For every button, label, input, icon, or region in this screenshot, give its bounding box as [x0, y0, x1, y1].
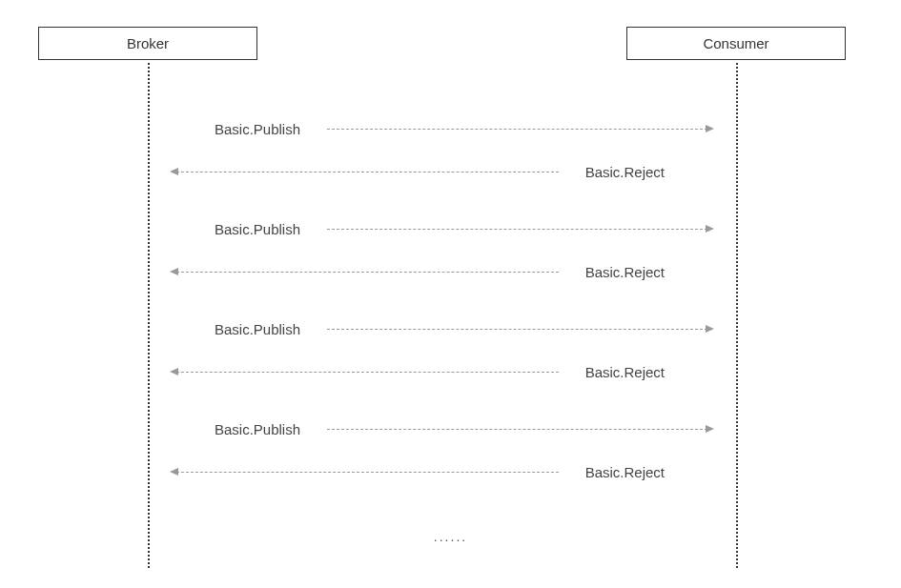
lifeline-consumer — [736, 63, 738, 568]
message-label-publish: Basic.Publish — [215, 421, 300, 437]
participant-broker-label: Broker — [127, 35, 169, 51]
arrow-right-icon — [327, 329, 712, 330]
message-row: Basic.Reject — [148, 162, 736, 181]
message-label-publish: Basic.Publish — [215, 221, 300, 237]
participant-consumer-label: Consumer — [703, 35, 768, 51]
participant-consumer: Consumer — [626, 27, 846, 60]
message-label-reject: Basic.Reject — [585, 164, 665, 180]
message-row: Basic.Reject — [148, 462, 736, 481]
message-label-reject: Basic.Reject — [585, 264, 665, 280]
arrow-right-icon — [327, 129, 712, 130]
arrow-left-icon — [172, 472, 559, 473]
participant-broker: Broker — [38, 27, 257, 60]
message-row: Basic.Reject — [148, 362, 736, 381]
message-label-reject: Basic.Reject — [585, 364, 665, 380]
message-label-publish: Basic.Publish — [215, 121, 300, 137]
arrow-left-icon — [172, 372, 559, 373]
ellipsis-text: ...... — [434, 529, 467, 544]
message-row: Basic.Publish — [148, 419, 736, 438]
arrow-right-icon — [327, 229, 712, 230]
message-label-reject: Basic.Reject — [585, 464, 665, 480]
arrow-left-icon — [172, 272, 559, 273]
message-row: Basic.Publish — [148, 119, 736, 138]
message-row: Basic.Reject — [148, 262, 736, 281]
arrow-left-icon — [172, 172, 559, 172]
lifeline-broker — [148, 63, 150, 568]
message-row: Basic.Publish — [148, 319, 736, 338]
arrow-right-icon — [327, 429, 712, 430]
sequence-diagram: Broker Consumer Basic.PublishBasic.Rejec… — [0, 0, 901, 588]
message-row: Basic.Publish — [148, 219, 736, 238]
message-label-publish: Basic.Publish — [215, 321, 300, 337]
